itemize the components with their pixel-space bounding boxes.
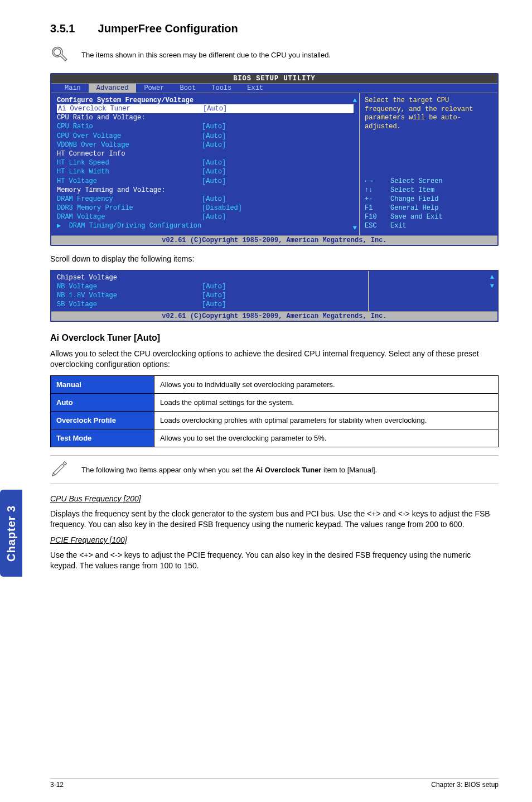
bios-row-label: NB 1.8V Voltage <box>57 291 202 300</box>
chapter-side-tab: Chapter 3 <box>0 490 22 577</box>
options-table: ManualAllows you to individually set ove… <box>50 375 499 447</box>
ai-tuner-desc: Allows you to select the CPU overclockin… <box>50 349 499 370</box>
help-row: ←→Select Screen <box>365 177 493 186</box>
bios-row-label: Chipset Voltage <box>57 273 202 282</box>
bios-row: CPU Ratio and Voltage: <box>57 113 354 122</box>
bios-row-label: ▶ DRAM Timing/Driving Configuration <box>57 221 202 230</box>
help-text: Change Field <box>390 195 438 204</box>
bios-row-value: [Auto] <box>202 158 226 167</box>
bios-main-panel: Configure System Frequency/Voltage Ai Ov… <box>51 93 359 235</box>
help-key: F1 <box>365 204 390 212</box>
bios-row: DRAM Voltage[Auto] <box>57 212 354 221</box>
help-text: Select Item <box>390 186 434 195</box>
bios-row-label: Memory Timming and Voltage: <box>57 186 202 195</box>
bios-row-label: VDDNB Over Voltage <box>57 141 202 149</box>
bios-row: NB 1.8V Voltage[Auto] <box>57 291 362 300</box>
option-name: Auto <box>51 394 154 412</box>
bios-row: Memory Timming and Voltage: <box>57 186 354 195</box>
help-row: F10Save and Exit <box>365 212 493 221</box>
section-heading: JumperFree Configuration <box>98 22 238 35</box>
bios-row-label: CPU Ratio <box>57 122 202 131</box>
help-key: ESC <box>365 221 390 230</box>
note2-prefix: The following two items appear only when… <box>81 466 255 474</box>
bios-tab[interactable]: Advanced <box>89 84 137 93</box>
bios-row-value: [Auto] <box>202 291 226 300</box>
bios-title: BIOS SETUP UTILITY <box>51 74 497 84</box>
table-row: ManualAllows you to individually set ove… <box>51 376 499 394</box>
bios-row-value: [Auto] <box>203 104 227 113</box>
pencil-note-row: The following two items appear only when… <box>50 455 499 484</box>
table-row: AutoLoads the optimal settings for the s… <box>51 394 499 412</box>
bios-tab-row: MainAdvancedPowerBootToolsExit <box>51 84 497 93</box>
magnifier-icon <box>50 45 70 64</box>
bios-tab[interactable]: Main <box>57 84 89 93</box>
bios-row: HT Voltage[Auto] <box>57 177 354 186</box>
bios-row-label: DRAM Frequency <box>57 195 202 204</box>
option-name: Manual <box>51 376 154 394</box>
bios-row: VDDNB Over Voltage[Auto] <box>57 141 354 149</box>
help-key: +- <box>365 195 390 204</box>
bios-side-panel: Select the target CPU frequency, and the… <box>359 93 497 235</box>
cpu-bus-body: Displays the frequency sent by the clock… <box>50 509 499 530</box>
bios-row-value: [Auto] <box>202 167 226 176</box>
bios-row-label: DRAM Voltage <box>57 212 202 221</box>
help-text: Exit <box>390 221 407 230</box>
help-text: Select Screen <box>390 177 443 186</box>
bios2-main: Chipset VoltageNB Voltage[Auto]NB 1.8V V… <box>51 271 368 312</box>
bios-tab[interactable]: Exit <box>239 84 271 93</box>
section-title: 3.5.1 JumperFree Configuration <box>50 22 499 35</box>
bios-row-value: [Auto] <box>202 212 226 221</box>
option-desc: Loads the optimal settings for the syste… <box>154 394 499 412</box>
bios-tab[interactable]: Power <box>136 84 172 93</box>
bios-row: DDR3 Memory Profile[Disabled] <box>57 204 354 212</box>
bios-footer: v02.61 (C)Copyright 1985-2009, American … <box>51 235 497 245</box>
footer-page-number: 3-12 <box>50 781 64 789</box>
option-name: Test Mode <box>51 429 154 447</box>
scroll-note: Scroll down to display the following ite… <box>50 254 499 264</box>
bios-row-value: [Disabled] <box>202 204 242 212</box>
bios-side-help-text: Select the target CPU frequency, and the… <box>365 96 493 131</box>
ai-tuner-heading: Ai Overclock Tuner [Auto] <box>50 333 499 343</box>
help-row: ESCExit <box>365 221 493 230</box>
note-row: The items shown in this screen may be di… <box>50 45 499 64</box>
help-key: ←→ <box>365 177 390 186</box>
bios-row-label: HT Connector Info <box>57 149 202 158</box>
bios-row-label: CPU Ratio and Voltage: <box>57 113 202 122</box>
bios-row: DRAM Frequency[Auto] <box>57 195 354 204</box>
help-key: ↑↓ <box>365 186 390 195</box>
pencil-icon <box>50 460 70 479</box>
bios-row[interactable]: Ai Overclock Tuner[Auto] <box>57 104 354 113</box>
option-desc: Allows you to individually set overclock… <box>154 376 499 394</box>
bios-row-label: Ai Overclock Tuner <box>58 104 203 113</box>
bios-row-label: HT Voltage <box>57 177 202 186</box>
scroll-indicator-icon: ▲▼ <box>490 273 494 290</box>
bios-row: Chipset Voltage <box>57 273 362 282</box>
bios-row-value: [Auto] <box>202 141 226 149</box>
bios-row-value: [Auto] <box>202 132 226 141</box>
bios-screen-continued: Chipset VoltageNB Voltage[Auto]NB 1.8V V… <box>50 270 499 322</box>
help-key: F10 <box>365 212 390 221</box>
pencil-note-text: The following two items appear only when… <box>81 466 377 474</box>
bios-tab[interactable]: Boot <box>172 84 204 93</box>
bios-screen: BIOS SETUP UTILITY MainAdvancedPowerBoot… <box>50 73 499 246</box>
help-row: F1General Help <box>365 204 493 212</box>
bios-row: HT Connector Info <box>57 149 354 158</box>
bios-row: CPU Over Voltage[Auto] <box>57 132 354 141</box>
bios-row: ▶ DRAM Timing/Driving Configuration <box>57 221 354 230</box>
bios-row-value: [Auto] <box>202 282 226 291</box>
table-row: Overclock ProfileLoads overclocking prof… <box>51 412 499 429</box>
bios-config-heading: Configure System Frequency/Voltage <box>57 96 354 104</box>
option-name: Overclock Profile <box>51 412 154 429</box>
note2-suffix: item to [Manual]. <box>321 466 377 474</box>
bios-row-label: SB Voltage <box>57 300 202 309</box>
pcie-heading: PCIE Frequency [100] <box>50 535 499 544</box>
bios2-footer: v02.61 (C)Copyright 1985-2009, American … <box>51 311 497 321</box>
cpu-bus-heading: CPU Bus Frequency [200] <box>50 494 499 503</box>
option-desc: Allows you to set the overclocking param… <box>154 429 499 447</box>
bios-row: NB Voltage[Auto] <box>57 282 362 291</box>
footer-chapter: Chapter 3: BIOS setup <box>431 781 499 789</box>
bios-row-label: CPU Over Voltage <box>57 132 202 141</box>
bios-tab[interactable]: Tools <box>204 84 239 93</box>
bios-row: CPU Ratio[Auto] <box>57 122 354 131</box>
option-desc: Loads overclocking profiles with optimal… <box>154 412 499 429</box>
